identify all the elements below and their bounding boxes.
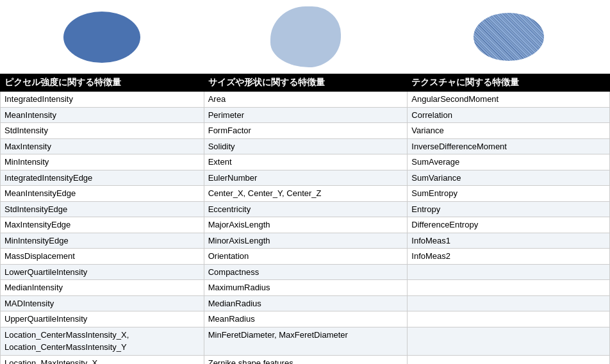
cell-row0-col2: Area	[204, 92, 408, 108]
table-row: MaxIntensityEdgeMajorAxisLengthDifferenc…	[1, 217, 610, 233]
cell-row10-col1: MassDisplacement	[1, 249, 204, 265]
cell-row14-col3	[408, 311, 610, 327]
table-row: LowerQuartileIntensityCompactness	[1, 264, 610, 280]
table-body: IntegratedIntensityAreaAngularSecondMome…	[1, 92, 610, 365]
cell-row11-col3	[408, 264, 610, 280]
cell-row9-col1: MinIntensityEdge	[1, 233, 204, 249]
table-row: MaxIntensitySolidityInverseDifferenceMom…	[1, 138, 610, 154]
cell-row10-col3: InfoMeas2	[408, 249, 610, 265]
cell-row8-col2: MajorAxisLength	[204, 217, 408, 233]
cell-row10-col2: Orientation	[204, 249, 408, 265]
table-row: MedianIntensityMaximumRadius	[1, 280, 610, 296]
cell-row1-col2: Perimeter	[204, 107, 408, 123]
features-table: ピクセル強度に関する特徴量 サイズや形状に関する特徴量 テクスチャに関する特徴量…	[0, 74, 610, 364]
cell-row14-col1: UpperQuartileIntensity	[1, 311, 204, 327]
table-row: IntegratedIntensityEdgeEulerNumberSumVar…	[1, 170, 610, 186]
cell-row9-col2: MinorAxisLength	[204, 233, 408, 249]
table-row: Location_CenterMassIntensity_X,Location_…	[1, 327, 610, 355]
cell-row7-col2: Eccentricity	[204, 201, 408, 217]
header-col3: テクスチャに関する特徴量	[408, 74, 610, 92]
cell-row3-col3: InverseDifferenceMoment	[408, 138, 610, 154]
light-blob-icon	[270, 6, 341, 67]
table-row: MinIntensityExtentSumAverage	[1, 154, 610, 170]
cell-row0-col1: IntegratedIntensity	[1, 92, 204, 108]
cell-row8-col3: DifferenceEntropy	[408, 217, 610, 233]
table-header-row: ピクセル強度に関する特徴量 サイズや形状に関する特徴量 テクスチャに関する特徴量	[1, 74, 610, 92]
cell-row1-col3: Correlation	[408, 107, 610, 123]
cell-row2-col2: FormFactor	[204, 123, 408, 139]
cell-row14-col2: MeanRadius	[204, 311, 408, 327]
cell-row6-col1: MeanIntensityEdge	[1, 186, 204, 202]
cell-row16-col2: Zernike shape features	[204, 355, 408, 364]
cell-row4-col1: MinIntensity	[1, 154, 204, 170]
cell-row4-col3: SumAverage	[408, 154, 610, 170]
cell-row6-col3: SumEntropy	[408, 186, 610, 202]
table-row: MeanIntensityEdgeCenter_X, Center_Y, Cen…	[1, 186, 610, 202]
cell-row13-col2: MedianRadius	[204, 295, 408, 311]
table-row: MADIntensityMedianRadius	[1, 295, 610, 311]
cell-row2-col1: StdIntensity	[1, 123, 204, 139]
table-row: IntegratedIntensityAreaAngularSecondMome…	[1, 92, 610, 108]
header-col1: ピクセル強度に関する特徴量	[1, 74, 204, 92]
cell-row3-col2: Solidity	[204, 138, 408, 154]
table-row: UpperQuartileIntensityMeanRadius	[1, 311, 610, 327]
cell-row0-col3: AngularSecondMoment	[408, 92, 610, 108]
table-row: StdIntensityEdgeEccentricityEntropy	[1, 201, 610, 217]
cell-row5-col3: SumVariance	[408, 170, 610, 186]
cell-row6-col2: Center_X, Center_Y, Center_Z	[204, 186, 408, 202]
cell-row15-col1: Location_CenterMassIntensity_X,Location_…	[1, 327, 204, 355]
cell-row12-col3	[408, 280, 610, 296]
cell-row8-col1: MaxIntensityEdge	[1, 217, 204, 233]
cell-row5-col1: IntegratedIntensityEdge	[1, 170, 204, 186]
cell-row15-col3	[408, 327, 610, 355]
cell-row16-col3	[408, 355, 610, 364]
cell-row13-col3	[408, 295, 610, 311]
cell-row13-col1: MADIntensity	[1, 295, 204, 311]
cell-row15-col2: MinFeretDiameter, MaxFeretDiameter	[204, 327, 408, 355]
cell-row1-col1: MeanIntensity	[1, 107, 204, 123]
table-row: MinIntensityEdgeMinorAxisLengthInfoMeas1	[1, 233, 610, 249]
table-row: StdIntensityFormFactorVariance	[1, 123, 610, 139]
blue-ellipse-icon	[63, 12, 140, 63]
texture-ellipse-icon	[474, 13, 544, 61]
top-images-row	[0, 0, 610, 74]
cell-row12-col1: MedianIntensity	[1, 280, 204, 296]
table-row: MeanIntensityPerimeterCorrelation	[1, 107, 610, 123]
cell-row11-col1: LowerQuartileIntensity	[1, 264, 204, 280]
cell-row4-col2: Extent	[204, 154, 408, 170]
cell-row3-col1: MaxIntensity	[1, 138, 204, 154]
cell-row7-col3: Entropy	[408, 201, 610, 217]
cell-row2-col3: Variance	[408, 123, 610, 139]
cell-row16-col1: Location_MaxIntensity_X,Location_MaxInte…	[1, 355, 204, 364]
cell-row11-col2: Compactness	[204, 264, 408, 280]
image-cell-1	[0, 12, 204, 63]
cell-row9-col3: InfoMeas1	[408, 233, 610, 249]
table-row: MassDisplacementOrientationInfoMeas2	[1, 249, 610, 265]
cell-row5-col2: EulerNumber	[204, 170, 408, 186]
image-cell-2	[204, 6, 408, 67]
image-cell-3	[408, 13, 610, 61]
table-row: Location_MaxIntensity_X,Location_MaxInte…	[1, 355, 610, 364]
cell-row12-col2: MaximumRadius	[204, 280, 408, 296]
header-col2: サイズや形状に関する特徴量	[204, 74, 408, 92]
cell-row7-col1: StdIntensityEdge	[1, 201, 204, 217]
